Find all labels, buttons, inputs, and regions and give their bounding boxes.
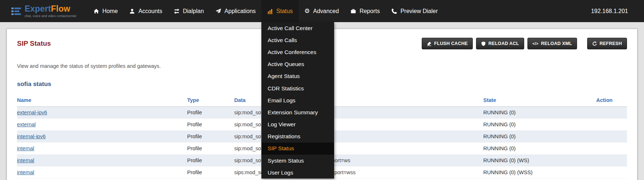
column-header-type: Type — [187, 94, 234, 107]
nav-item-label: Preview Dialer — [400, 8, 438, 15]
status-menu-item-label: Active Conferences — [268, 49, 316, 56]
status-menu-item-label: Registrations — [268, 133, 300, 140]
status-menu-item-label: CDR Statistics — [268, 85, 304, 92]
refresh-icon — [592, 41, 597, 46]
send-icon — [215, 8, 221, 14]
server-ip: 192.168.1.201 — [591, 8, 628, 15]
toolbar: FLUSH CACHE RELOAD ACL </> RELOAD XML RE… — [418, 38, 627, 49]
profile-type: Profile — [187, 155, 234, 167]
nav-item-label: Reports — [359, 8, 380, 15]
user-icon — [129, 8, 135, 14]
brand-tagline: chat, voice and video contactcenter — [25, 14, 77, 18]
status-menu-item-label: Active Call Center — [268, 25, 312, 32]
status-menu-item-label: Agent Status — [268, 73, 300, 79]
nav-item-label: Advanced — [313, 8, 339, 15]
nav-item-label: Dialplan — [183, 8, 204, 15]
profile-name-link[interactable]: internal — [17, 158, 34, 163]
status-menu-item-label: SIP Status — [268, 145, 294, 152]
reload-acl-button[interactable]: RELOAD ACL — [476, 38, 524, 49]
nav-item-accounts[interactable]: Accounts — [123, 0, 168, 22]
nav-item-advanced[interactable]: ⚙ Advanced — [299, 0, 345, 22]
profile-action — [596, 143, 627, 155]
profile-action — [596, 131, 627, 143]
refresh-button[interactable]: REFRESH — [587, 38, 627, 49]
status-menu-item-label: System Status — [268, 158, 304, 164]
profile-type: Profile — [187, 119, 234, 131]
profile-name-link[interactable]: external-ipv6 — [17, 110, 47, 115]
profile-state: RUNNING (0) (WSS) — [483, 167, 596, 179]
profile-state: RUNNING (0) — [483, 143, 596, 155]
gear-icon: ⚙ — [304, 8, 310, 15]
column-header-action: Action — [596, 94, 627, 107]
column-header-state: State — [483, 94, 596, 107]
top-navbar: ExpertFlow chat, voice and video contact… — [0, 0, 644, 22]
profile-action — [596, 167, 627, 179]
nav-item-label: Home — [102, 8, 118, 15]
transfer-icon — [174, 8, 180, 14]
nav-item-applications[interactable]: Applications — [210, 0, 261, 22]
reload-xml-label: RELOAD XML — [541, 41, 572, 46]
status-menu-item-active-calls[interactable]: Active Calls — [261, 34, 334, 46]
brand-name-secondary: Flow — [51, 4, 70, 13]
status-menu-item-user-logs[interactable]: User Logs — [261, 167, 334, 179]
brand-logo[interactable]: ExpertFlow chat, voice and video contact… — [11, 5, 77, 18]
status-menu-item-label: Extension Summary — [268, 109, 318, 116]
home-icon — [93, 8, 99, 14]
nav-item-home[interactable]: Home — [88, 0, 124, 22]
reload-xml-button[interactable]: </> RELOAD XML — [527, 38, 577, 49]
profile-name-link[interactable]: internal — [17, 169, 34, 175]
profile-name-link[interactable]: internal-ipv6 — [17, 134, 46, 139]
expertflow-logo-icon — [11, 6, 22, 17]
profile-type: Profile — [187, 143, 234, 155]
status-menu-item-log-viewer[interactable]: Log Viewer — [261, 119, 334, 131]
profile-type: Profile — [187, 107, 234, 119]
status-menu-item-label: Active Calls — [268, 37, 297, 44]
reload-acl-label: RELOAD ACL — [488, 41, 519, 46]
nav-item-label: Applications — [224, 8, 256, 15]
chart-icon — [267, 8, 273, 14]
status-menu-item-system-status[interactable]: System Status — [261, 155, 334, 167]
status-menu-item-active-call-center[interactable]: Active Call Center — [261, 22, 334, 34]
phone-icon — [391, 8, 397, 14]
profile-action — [596, 155, 627, 167]
status-dropdown-menu: Active Call Center Active Calls Active C… — [261, 22, 334, 179]
profile-name-link[interactable]: internal — [17, 146, 34, 151]
profile-state: RUNNING (0) — [483, 131, 596, 143]
profile-state: RUNNING (0) — [483, 119, 596, 131]
profile-name-link[interactable]: external — [17, 122, 36, 127]
status-menu-item-label: Active Queues — [268, 61, 304, 68]
brand-name: ExpertFlow — [25, 5, 77, 13]
profile-action — [596, 119, 627, 131]
flush-cache-label: FLUSH CACHE — [434, 41, 468, 46]
nav-items: Home Accounts Dialplan Applications Stat… — [88, 0, 444, 22]
status-menu-item-active-conferences[interactable]: Active Conferences — [261, 46, 334, 58]
profile-type: Profile — [187, 167, 234, 179]
nav-item-preview-dialer[interactable]: Preview Dialer — [386, 0, 443, 22]
status-menu-item-active-queues[interactable]: Active Queues — [261, 58, 334, 70]
profile-state: RUNNING (0) — [483, 107, 596, 119]
nav-item-reports[interactable]: Reports — [345, 0, 386, 22]
briefcase-icon — [350, 8, 356, 14]
page-title: SIP Status — [17, 40, 51, 48]
column-header-name: Name — [17, 94, 187, 107]
status-menu-item-sip-status[interactable]: SIP Status — [261, 143, 334, 155]
status-menu-item-label: Email Logs — [268, 97, 295, 104]
status-menu-item-label: Log Viewer — [268, 121, 295, 128]
shield-icon — [481, 41, 486, 46]
profile-type: Profile — [187, 131, 234, 143]
nav-item-label: Status — [276, 8, 292, 15]
status-menu-item-label: User Logs — [268, 169, 293, 176]
brand-name-primary: Expert — [25, 4, 51, 13]
status-menu-item-extension-summary[interactable]: Extension Summary — [261, 106, 334, 118]
refresh-label: REFRESH — [599, 41, 622, 46]
nav-item-status[interactable]: Status Active Call Center Active Calls A… — [261, 0, 298, 22]
status-menu-item-cdr-statistics[interactable]: CDR Statistics — [261, 82, 334, 94]
eraser-icon — [427, 41, 432, 46]
nav-item-label: Accounts — [138, 8, 162, 15]
flush-cache-button[interactable]: FLUSH CACHE — [422, 38, 473, 49]
status-menu-item-registrations[interactable]: Registrations — [261, 131, 334, 143]
nav-item-dialplan[interactable]: Dialplan — [168, 0, 210, 22]
brand-text: ExpertFlow chat, voice and video contact… — [25, 5, 77, 18]
status-menu-item-email-logs[interactable]: Email Logs — [261, 94, 334, 106]
status-menu-item-agent-status[interactable]: Agent Status — [261, 70, 334, 82]
